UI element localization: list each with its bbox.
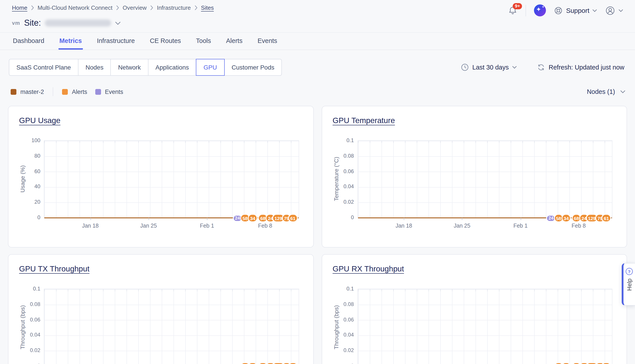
alerts-swatch <box>62 89 68 94</box>
lifering-icon <box>554 6 563 15</box>
nodes-dropdown[interactable]: Nodes (1) <box>587 88 625 95</box>
chart-card-gpu-usage: GPU Usage Usage (%) 100806040200 2458346… <box>8 106 314 248</box>
site-selector[interactable]: vm Site: <box>12 18 623 32</box>
y-tick-label: 0 <box>340 214 354 220</box>
tab-dashboard[interactable]: Dashboard <box>12 33 45 50</box>
chevron-down-icon <box>620 90 625 93</box>
filter-network[interactable]: Network <box>111 59 149 76</box>
x-tick-label: Feb 1 <box>513 223 527 229</box>
breadcrumb-infrastructure[interactable]: Infrastructure <box>157 4 191 11</box>
header: Home Multi-Cloud Network Connect Overvie… <box>0 0 635 33</box>
tab-events[interactable]: Events <box>257 33 278 50</box>
help-tab[interactable]: ? Help <box>622 263 635 306</box>
breadcrumb: Home Multi-Cloud Network Connect Overvie… <box>12 4 214 11</box>
y-axis-title: Usage (%) <box>19 166 26 193</box>
alerts-count-badge[interactable]: 34 <box>248 362 257 364</box>
charts-grid: GPU Usage Usage (%) 100806040200 2458346… <box>0 106 635 364</box>
y-tick-label: 0.04 <box>340 332 354 338</box>
legend-item-master-2[interactable]: master-2 <box>11 88 44 95</box>
x-tick-label: Jan 18 <box>395 223 412 229</box>
alerts-count-badge[interactable]: 61 <box>288 362 298 364</box>
chart-title-link[interactable]: GPU TX Throughput <box>19 264 90 274</box>
breadcrumb-home[interactable]: Home <box>12 4 27 11</box>
tab-tools[interactable]: Tools <box>195 33 212 50</box>
sparkle-small-icon: ✦ <box>542 5 544 9</box>
time-range-dropdown[interactable]: Last 30 days <box>461 63 517 71</box>
support-label: Support <box>566 7 589 14</box>
alerts-count-badge[interactable]: 34 <box>561 362 571 364</box>
breadcrumb-mcnc[interactable]: Multi-Cloud Network Connect <box>38 4 112 11</box>
alerts-count-badge[interactable]: 61 <box>288 214 298 222</box>
events-count-badge[interactable]: 24 <box>233 363 242 364</box>
events-count-badge[interactable]: 24 <box>546 363 556 364</box>
chevron-down-icon <box>618 9 623 12</box>
sparkle-icon: ✦ <box>536 6 541 13</box>
filter-applications[interactable]: Applications <box>148 59 197 76</box>
question-icon: ? <box>626 268 633 275</box>
y-tick-label: 0 <box>340 363 354 364</box>
tab-metrics[interactable]: Metrics <box>59 33 83 50</box>
tab-alerts[interactable]: Alerts <box>225 33 243 50</box>
tab-infrastructure[interactable]: Infrastructure <box>96 33 136 50</box>
y-tick-label: 0.02 <box>26 347 40 353</box>
axis-ticks-top <box>358 141 612 143</box>
chart-card-gpu-temperature: GPU Temperature Temperature (°C) 0.10.08… <box>321 106 627 248</box>
ai-assistant-icon[interactable]: ✦ ✦ <box>534 4 546 16</box>
time-range-label: Last 30 days <box>472 64 509 71</box>
y-tick-label: 0.1 <box>340 286 354 292</box>
breadcrumb-sites[interactable]: Sites <box>201 4 214 11</box>
y-tick-label: 0.1 <box>26 286 40 292</box>
legend-item-events[interactable]: Events <box>95 88 123 95</box>
y-axis-title: Temperature (°C) <box>333 157 339 201</box>
x-tick-label: Feb 8 <box>258 223 272 229</box>
y-tick-label: 0 <box>26 214 40 220</box>
chart-title-link[interactable]: GPU RX Throughput <box>333 264 404 274</box>
y-tick-label: 100 <box>26 137 40 144</box>
header-icons: 9+ ✦ ✦ Support <box>508 4 623 16</box>
chevron-right-icon <box>31 5 34 10</box>
plot-area: 24583468241297961 <box>357 289 612 364</box>
chart-card-gpu-rx-throughput: GPU RX Throughput Throughput (bps) 0.10.… <box>321 254 627 364</box>
breadcrumb-overview[interactable]: Overview <box>123 4 147 11</box>
events-swatch <box>95 89 101 94</box>
alerts-count-badge[interactable]: 68 <box>572 362 581 364</box>
chart-area: Usage (%) 100806040200 24583468241297961… <box>18 140 303 242</box>
y-axis-title: Throughput (bps) <box>333 305 339 349</box>
chevron-right-icon <box>116 5 119 10</box>
filter-nodes[interactable]: Nodes <box>78 59 111 76</box>
refresh-status-label: Refresh: Updated just now <box>548 64 624 71</box>
alerts-count-badge[interactable]: 58 <box>554 362 563 364</box>
filter-saas-control-plane[interactable]: SaaS Control Plane <box>9 59 79 76</box>
y-tick-label: 0.06 <box>340 316 354 322</box>
alerts-count-badge[interactable]: 61 <box>601 362 611 364</box>
tab-ce-routes[interactable]: CE Routes <box>149 33 182 50</box>
refresh-icon <box>537 63 545 71</box>
filter-gpu[interactable]: GPU <box>196 59 225 76</box>
alerts-count-badge[interactable]: 61 <box>601 214 611 222</box>
plot-area: 24583468241297961 <box>44 140 299 218</box>
alerts-count-badge[interactable]: 58 <box>240 362 250 364</box>
series-swatch <box>11 89 17 94</box>
legend-item-alerts[interactable]: Alerts <box>62 88 87 95</box>
chart-title-link[interactable]: GPU Usage <box>19 116 61 125</box>
filter-customer-pods[interactable]: Customer Pods <box>224 59 282 76</box>
chevron-right-icon <box>194 5 197 10</box>
site-label: Site: <box>24 18 41 28</box>
notifications-button[interactable]: 9+ <box>508 6 518 15</box>
notification-count-badge: 9+ <box>513 3 522 9</box>
axis-ticks-top <box>44 289 298 292</box>
support-menu[interactable]: Support <box>554 6 597 15</box>
refresh-button[interactable]: Refresh: Updated just now <box>537 63 624 71</box>
alerts-count-badge[interactable]: 34 <box>561 214 571 222</box>
chart-legend: master-2 Alerts Events <box>11 87 123 96</box>
y-tick-label: 0.06 <box>340 168 354 174</box>
legend-label: Events <box>105 88 123 95</box>
alerts-count-badge[interactable]: 34 <box>248 214 257 222</box>
chevron-down-icon <box>592 9 597 12</box>
chevron-down-icon <box>116 22 121 24</box>
alerts-count-badge[interactable]: 68 <box>258 362 268 364</box>
chart-title-link[interactable]: GPU Temperature <box>333 116 395 125</box>
account-menu[interactable] <box>605 5 623 16</box>
y-tick-label: 0.08 <box>26 301 40 307</box>
help-tab-label: Help <box>626 278 632 291</box>
